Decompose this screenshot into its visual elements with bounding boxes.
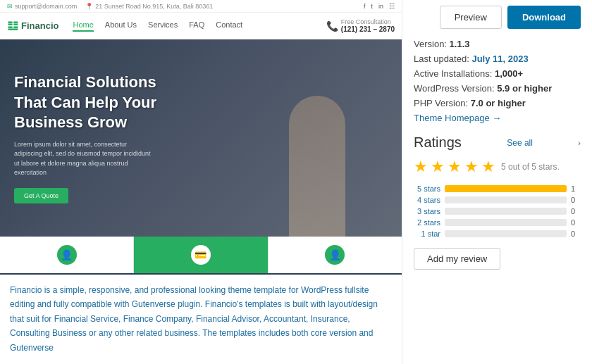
theme-meta: Version: 1.1.3 Last updated: July 11, 20… bbox=[414, 39, 581, 123]
preview-button[interactable]: Preview bbox=[440, 6, 502, 29]
bar-track-4 bbox=[445, 196, 567, 203]
add-review-button[interactable]: Add my review bbox=[414, 248, 500, 270]
feature-card-2: 💳 bbox=[134, 237, 268, 273]
social-icons: f t in ☷ bbox=[364, 3, 395, 10]
action-buttons: Preview Download bbox=[414, 6, 581, 29]
feature-icon-3: 👤 bbox=[325, 245, 345, 265]
theme-preview: ✉ support@domain.com 📍 21 Sunset Road No… bbox=[0, 0, 402, 275]
bar-count-1: 0 bbox=[571, 230, 581, 238]
bar-track-2 bbox=[445, 219, 567, 226]
feature-card-1: 👤 bbox=[0, 237, 134, 273]
bar-label-1: 1 star bbox=[414, 230, 440, 238]
bar-label-2: 2 stars bbox=[414, 218, 440, 227]
nav-link-services[interactable]: Services bbox=[148, 20, 178, 32]
nav-links: Home About Us Services FAQ Contact bbox=[73, 20, 242, 32]
twitter-icon: t bbox=[371, 3, 373, 10]
star-2: ★ bbox=[431, 158, 445, 176]
bar-count-5: 1 bbox=[571, 184, 581, 193]
feature-card-3: 👤 bbox=[269, 237, 402, 273]
bar-track-3 bbox=[445, 208, 567, 215]
bar-count-4: 0 bbox=[571, 196, 581, 204]
ratings-header: Ratings See all › bbox=[414, 134, 581, 151]
bar-track-1 bbox=[445, 230, 567, 237]
nav-link-about[interactable]: About Us bbox=[105, 20, 137, 32]
ratings-section: Ratings See all › ★ ★ ★ ★ ★ 5 out of 5 s… bbox=[414, 134, 581, 270]
nav-address: 📍 21 Sunset Road No.915, Kuta, Bali 8036… bbox=[85, 3, 213, 10]
meta-active-installs: Active Installations: 1,000+ bbox=[414, 68, 581, 79]
star-3: ★ bbox=[448, 158, 462, 176]
rating-bar-1: 1 star 0 bbox=[414, 230, 581, 238]
left-panel: ✉ support@domain.com 📍 21 Sunset Road No… bbox=[0, 0, 402, 364]
feature-icon-2: 💳 bbox=[191, 245, 211, 265]
person-silhouette bbox=[289, 96, 345, 237]
bar-label-4: 4 stars bbox=[414, 196, 440, 204]
nav-link-home[interactable]: Home bbox=[73, 20, 93, 32]
feature-icon-1: 👤 bbox=[57, 245, 77, 265]
bar-label-3: 3 stars bbox=[414, 207, 440, 215]
chevron-right-icon: › bbox=[578, 139, 581, 147]
right-panel: Preview Download Version: 1.1.3 Last upd… bbox=[402, 0, 592, 364]
instagram-icon: ☷ bbox=[389, 3, 395, 10]
bar-label-5: 5 stars bbox=[414, 184, 440, 193]
bar-count-2: 0 bbox=[571, 218, 581, 227]
feature-cards: 👤 💳 👤 bbox=[0, 237, 402, 273]
facebook-icon: f bbox=[364, 3, 366, 10]
ratings-title: Ratings bbox=[414, 134, 462, 151]
rating-bar-3: 3 stars 0 bbox=[414, 207, 581, 215]
nav-email: ✉ support@domain.com bbox=[7, 3, 77, 10]
bar-track-5 bbox=[445, 185, 567, 192]
site-logo: 𝌭 Financio bbox=[7, 18, 58, 34]
star-5: ★ bbox=[481, 158, 495, 176]
linkedin-icon: in bbox=[378, 3, 383, 10]
hero-title: Financial SolutionsThat Can Help YourBus… bbox=[14, 73, 156, 133]
hero-cta-button[interactable]: Get A Quote bbox=[14, 188, 68, 203]
hero-person bbox=[254, 54, 381, 237]
theme-description: Financio is a simple, responsive, and pr… bbox=[0, 275, 402, 363]
meta-theme-homepage[interactable]: Theme Homepage → bbox=[414, 113, 581, 123]
nav-link-faq[interactable]: FAQ bbox=[189, 20, 204, 32]
bar-count-3: 0 bbox=[571, 207, 581, 215]
stars-text: 5 out of 5 stars. bbox=[501, 162, 560, 172]
rating-bars: 5 stars 1 4 stars 0 3 stars bbox=[414, 184, 581, 238]
rating-bar-5: 5 stars 1 bbox=[414, 184, 581, 193]
meta-last-updated: Last updated: July 11, 2023 bbox=[414, 54, 581, 64]
location-icon: 📍 bbox=[85, 3, 93, 10]
meta-version: Version: 1.1.3 bbox=[414, 39, 581, 49]
meta-php-version: PHP Version: 7.0 or higher bbox=[414, 98, 581, 108]
download-button[interactable]: Download bbox=[507, 6, 581, 29]
nav-link-contact[interactable]: Contact bbox=[216, 20, 242, 32]
see-all-link[interactable]: See all bbox=[507, 138, 533, 148]
bar-fill-5 bbox=[445, 185, 567, 192]
meta-wp-version: WordPress Version: 5.9 or higher bbox=[414, 83, 581, 94]
nav-contact: 📞 Free Consultation (121) 231 – 2870 bbox=[326, 18, 395, 33]
rating-bar-4: 4 stars 0 bbox=[414, 196, 581, 204]
star-4: ★ bbox=[464, 158, 479, 176]
phone-icon: 📞 bbox=[326, 20, 338, 32]
hero-subtitle: Lorem ipsum dolor sit amet, consectetur … bbox=[14, 140, 155, 178]
star-1: ★ bbox=[414, 158, 428, 176]
preview-main-nav: 𝌭 Financio Home About Us Services FAQ Co… bbox=[0, 13, 402, 39]
logo-icon: 𝌭 bbox=[7, 18, 18, 34]
hero-content: Financial SolutionsThat Can Help YourBus… bbox=[14, 73, 156, 203]
hero-section: Financial SolutionsThat Can Help YourBus… bbox=[0, 39, 402, 237]
preview-nav-top: ✉ support@domain.com 📍 21 Sunset Road No… bbox=[0, 0, 402, 13]
stars-display: ★ ★ ★ ★ ★ 5 out of 5 stars. bbox=[414, 158, 581, 176]
email-icon: ✉ bbox=[7, 3, 13, 10]
rating-bar-2: 2 stars 0 bbox=[414, 218, 581, 227]
